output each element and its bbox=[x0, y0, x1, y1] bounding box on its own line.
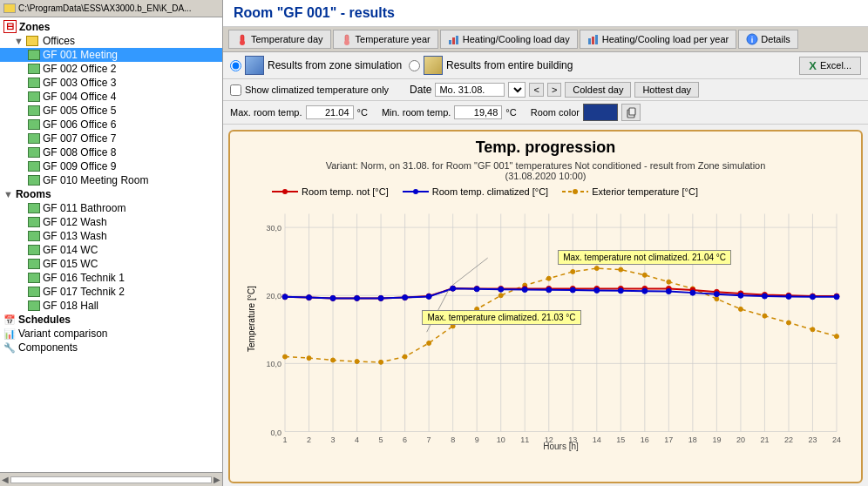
svg-text:21: 21 bbox=[760, 435, 769, 444]
tree-item-gf009[interactable]: GF 009 Office 9 bbox=[0, 159, 222, 173]
scroll-arrow-right[interactable]: ▶ bbox=[214, 475, 220, 484]
svg-text:8: 8 bbox=[451, 435, 455, 444]
entire-building-radio[interactable] bbox=[409, 60, 420, 71]
room-icon bbox=[28, 273, 40, 283]
legend-line-blue bbox=[403, 188, 429, 195]
room-icon bbox=[28, 105, 40, 116]
tab-details[interactable]: i Details bbox=[738, 30, 798, 49]
tree-item-gf002[interactable]: GF 002 Office 2 bbox=[0, 62, 222, 76]
tree-item-gf012[interactable]: GF 012 Wash bbox=[0, 215, 222, 229]
tab-heat-cool-day-label: Heating/Cooling load day bbox=[463, 34, 570, 44]
gf013-label: GF 013 Wash bbox=[43, 230, 107, 242]
tab-heat-cool-year[interactable]: Heating/Cooling load per year bbox=[580, 30, 737, 49]
offices-expand: ▼ bbox=[14, 36, 24, 46]
entire-building-option[interactable]: Results from entire building bbox=[409, 56, 573, 75]
coldest-day-button[interactable]: Coldest day bbox=[565, 82, 631, 98]
room-icon bbox=[28, 161, 40, 172]
tree-item-gf003[interactable]: GF 003 Office 3 bbox=[0, 76, 222, 90]
gf010-label: GF 010 Meeting Room bbox=[43, 174, 148, 186]
gf007-label: GF 007 Office 7 bbox=[43, 132, 117, 145]
svg-text:16: 16 bbox=[641, 435, 649, 444]
gf003-label: GF 003 Office 3 bbox=[43, 77, 117, 89]
svg-point-79 bbox=[331, 358, 336, 362]
cube-building-icon bbox=[424, 56, 443, 75]
max-temp-input[interactable] bbox=[306, 105, 354, 119]
zone-sim-label: Results from zone simulation bbox=[268, 59, 402, 71]
tabs-row: Temperature day Temperature year Heating… bbox=[223, 27, 868, 52]
svg-point-130 bbox=[403, 295, 408, 300]
tree-item-gf011[interactable]: GF 011 Bathroom bbox=[0, 201, 222, 215]
svg-point-148 bbox=[834, 294, 839, 300]
svg-point-82 bbox=[403, 354, 407, 359]
excel-button[interactable]: X Excel... bbox=[799, 57, 861, 75]
chart-wrapper: Temperature [°C] 0,010,020,030,012345678… bbox=[237, 200, 854, 475]
gf002-label: GF 002 Office 2 bbox=[43, 63, 117, 75]
date-input[interactable] bbox=[435, 83, 505, 97]
rooms-label: Rooms bbox=[16, 188, 51, 200]
svg-point-15 bbox=[282, 189, 288, 194]
hottest-day-button[interactable]: Hottest day bbox=[634, 82, 699, 98]
svg-point-125 bbox=[282, 294, 288, 300]
variant-icon: 📊 bbox=[3, 328, 16, 340]
scroll-arrow-left[interactable]: ◀ bbox=[2, 475, 9, 484]
tree-item-gf010[interactable]: GF 010 Meeting Room bbox=[0, 173, 222, 187]
chart-legend: Room temp. not [°C] Room temp. climatize… bbox=[237, 186, 854, 197]
tree-components[interactable]: 🔧 Components bbox=[0, 341, 222, 354]
tree-item-gf016[interactable]: GF 016 Technik 1 bbox=[0, 271, 222, 285]
zone-sim-radio[interactable] bbox=[230, 60, 241, 71]
tab-temp-year[interactable]: Temperature year bbox=[333, 30, 438, 49]
svg-point-126 bbox=[307, 295, 312, 300]
room-color-swatch[interactable] bbox=[583, 104, 618, 121]
date-dropdown[interactable] bbox=[508, 82, 526, 98]
room-icon bbox=[28, 231, 40, 241]
tooltip-max-clim: Max. temperature climatized. 21.03 °C bbox=[422, 310, 580, 325]
info-icon: i bbox=[746, 33, 758, 45]
tree-item-gf013[interactable]: GF 013 Wash bbox=[0, 229, 222, 243]
climatized-checkbox[interactable] bbox=[230, 84, 241, 96]
svg-point-137 bbox=[570, 287, 575, 293]
svg-point-88 bbox=[546, 276, 551, 280]
tree-item-gf005[interactable]: GF 005 Office 5 bbox=[0, 104, 222, 118]
tree-item-gf008[interactable]: GF 008 Office 8 bbox=[0, 145, 222, 159]
tree-item-gf001[interactable]: GF 001 Meeting bbox=[0, 48, 222, 62]
tab-temp-day[interactable]: Temperature day bbox=[228, 30, 331, 49]
room-icon bbox=[28, 50, 40, 60]
climatized-checkbox-label[interactable]: Show climatized temperature only bbox=[230, 84, 389, 96]
tree-item-gf006[interactable]: GF 006 Office 6 bbox=[0, 118, 222, 132]
room-icon bbox=[28, 175, 40, 186]
next-day-button[interactable]: > bbox=[547, 83, 561, 97]
svg-text:2: 2 bbox=[307, 435, 311, 444]
svg-point-146 bbox=[786, 294, 791, 299]
folder-icon bbox=[3, 3, 16, 13]
copy-color-button[interactable] bbox=[621, 104, 641, 121]
gf015-label: GF 015 WC bbox=[43, 258, 98, 270]
bottom-scrollbar[interactable]: ◀ ▶ bbox=[0, 472, 222, 486]
svg-point-147 bbox=[810, 294, 815, 300]
zone-sim-option[interactable]: Results from zone simulation bbox=[230, 56, 402, 75]
tree-item-gf014[interactable]: GF 014 WC bbox=[0, 243, 222, 257]
gf008-label: GF 008 Office 8 bbox=[43, 146, 117, 159]
tree-zones-root[interactable]: ⊟ Zones bbox=[0, 19, 222, 34]
gf016-label: GF 016 Technik 1 bbox=[43, 272, 125, 284]
scroll-track[interactable] bbox=[10, 476, 212, 483]
tree-variant[interactable]: 📊 Variant comparison bbox=[0, 327, 222, 341]
tree-schedules[interactable]: 📅 Schedules bbox=[0, 313, 222, 327]
tree-offices[interactable]: ▼ Offices bbox=[0, 34, 222, 48]
room-color-field: Room color bbox=[531, 104, 641, 121]
tab-heat-cool-day[interactable]: Heating/Cooling load day bbox=[440, 30, 578, 49]
tree-item-gf015[interactable]: GF 015 WC bbox=[0, 257, 222, 271]
left-panel: C:\ProgramData\ESS\AX3000.b_EN\K_DA... ⊟… bbox=[0, 0, 223, 486]
date-label: Date bbox=[410, 84, 431, 96]
min-temp-input[interactable] bbox=[454, 105, 502, 119]
tree-rooms[interactable]: ▼ Rooms bbox=[0, 187, 222, 201]
tab-temp-year-label: Temperature year bbox=[356, 34, 431, 44]
chart-subtitle-line1: Variant: Norm, on 31.08. for Room "GF 00… bbox=[326, 160, 766, 171]
svg-point-3 bbox=[344, 40, 349, 45]
tree-item-gf004[interactable]: GF 004 Office 4 bbox=[0, 90, 222, 104]
tree-item-gf018[interactable]: GF 018 Hall bbox=[0, 299, 222, 313]
y-axis-label: Temperature [°C] bbox=[247, 324, 256, 352]
gf011-label: GF 011 Bathroom bbox=[43, 202, 125, 214]
tree-item-gf007[interactable]: GF 007 Office 7 bbox=[0, 132, 222, 145]
tree-item-gf017[interactable]: GF 017 Technik 2 bbox=[0, 285, 222, 299]
prev-day-button[interactable]: < bbox=[529, 83, 543, 97]
